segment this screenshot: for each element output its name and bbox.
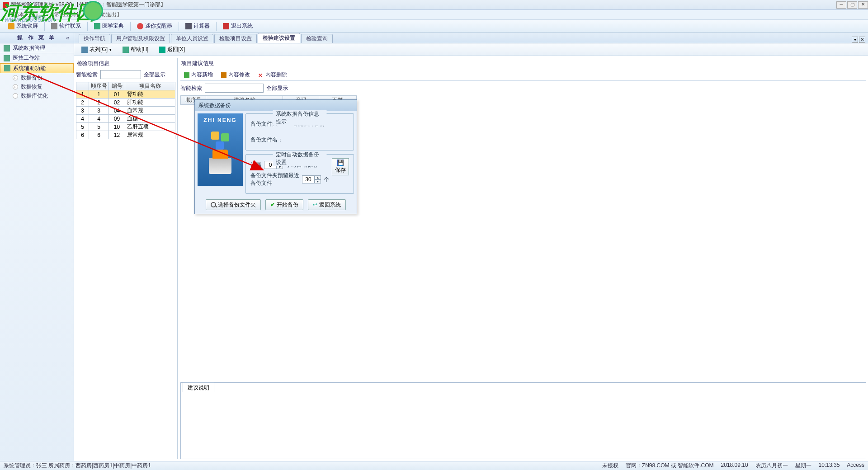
return-system-button[interactable]: ↩返回系统 bbox=[308, 199, 346, 210]
status-time: 10:13:35 bbox=[819, 462, 840, 470]
table-row[interactable]: 5510乙肝五项 bbox=[76, 123, 175, 131]
contact-button[interactable]: 软件联系 bbox=[47, 21, 85, 31]
backup-dialog: 系统数据备份 ZHI NENG 系统数据备份信息提示 备份文件夹：C:\智能软件… bbox=[194, 99, 357, 214]
sidebar-sub-backup[interactable]: ○数据备份 bbox=[0, 73, 74, 82]
dialog-title: 系统数据备份 bbox=[195, 100, 357, 111]
table-row[interactable]: 4409血糖 bbox=[76, 115, 175, 123]
return-icon bbox=[159, 47, 165, 53]
left-pane-title: 检验项目信息 bbox=[76, 58, 175, 69]
return-button[interactable]: 返回[X] bbox=[156, 45, 189, 54]
tab-unit-staff[interactable]: 单位人员设置 bbox=[171, 34, 213, 43]
radio-icon bbox=[13, 93, 18, 99]
exit-icon bbox=[223, 23, 229, 29]
grid-button[interactable]: 表列[G]▾ bbox=[78, 45, 115, 54]
title-bar: 智能检验管理系统 v68.30 【使用单位：智能医学院第一门诊部】 ─ ▢ ✕ bbox=[0, 0, 868, 10]
table-row[interactable]: 6612尿常规 bbox=[76, 131, 175, 139]
search-input[interactable] bbox=[205, 84, 264, 93]
book-icon bbox=[94, 23, 100, 29]
show-all-link[interactable]: 全部显示 bbox=[266, 85, 288, 92]
items-table: 顺序号 编号 项目名称 1101肾功能 2202肝功能 3304血常规 4409… bbox=[76, 82, 175, 139]
sidebar-sub-optimize[interactable]: 数据库优化 bbox=[0, 91, 74, 100]
info-fieldset: 系统数据备份信息提示 备份文件夹：C:\智能软件备份 备份文件名： bbox=[245, 113, 354, 150]
sidebar-sub-restore[interactable]: ○数据恢复 bbox=[0, 82, 74, 91]
description-panel: 建议说明 bbox=[180, 382, 866, 459]
lock-button[interactable]: 系统锁屏 bbox=[5, 21, 42, 31]
sidebar-item-aux[interactable]: 系统辅助功能 bbox=[0, 63, 74, 73]
table-row[interactable]: 1101肾功能 bbox=[76, 90, 175, 99]
return-icon: ↩ bbox=[313, 202, 317, 208]
status-weekday: 星期一 bbox=[795, 462, 811, 470]
exit-button[interactable]: 退出系统 bbox=[219, 21, 256, 31]
save-icon: 💾 bbox=[337, 160, 344, 166]
edit-button[interactable]: 内容修改 bbox=[217, 70, 254, 80]
menu-help[interactable]: 【帮助退出】 bbox=[90, 11, 122, 19]
menu-basic[interactable]: 【基本功能】 bbox=[8, 11, 41, 19]
tab-dropdown-icon[interactable]: ▾ bbox=[852, 37, 858, 43]
delete-icon: ✕ bbox=[258, 72, 264, 78]
sidebar-item-data-mgmt[interactable]: 系统数据管理 bbox=[0, 43, 74, 53]
folder-icon bbox=[4, 45, 10, 52]
tab-user-mgmt[interactable]: 用户管理及权限设置 bbox=[111, 34, 170, 43]
tab-close-icon[interactable]: ✕ bbox=[859, 37, 865, 43]
clock-icon bbox=[137, 23, 143, 29]
help-icon bbox=[123, 47, 129, 53]
radio-icon: ○ bbox=[13, 84, 18, 89]
status-auth: 未授权 bbox=[602, 462, 618, 470]
table-row[interactable]: 3304血常规 bbox=[76, 107, 175, 115]
search-icon bbox=[211, 202, 216, 207]
reminder-button[interactable]: 迷你提醒器 bbox=[133, 21, 176, 31]
add-button[interactable]: 内容新增 bbox=[180, 70, 217, 80]
med-dict-button[interactable]: 医学宝典 bbox=[90, 21, 127, 31]
check-icon: ✔ bbox=[270, 202, 275, 208]
sidebar-title: 操 作 菜 单« bbox=[0, 33, 74, 43]
keep-count-spinner[interactable]: ▲▼ bbox=[302, 175, 321, 183]
tab-test-query[interactable]: 检验查询 bbox=[301, 34, 333, 43]
sidebar-item-workstation[interactable]: 医技工作站 bbox=[0, 53, 74, 63]
right-pane-title: 项目建议信息 bbox=[180, 58, 866, 69]
delete-button[interactable]: ✕内容删除 bbox=[255, 70, 291, 80]
table-row[interactable]: 2202肝功能 bbox=[76, 99, 175, 107]
sidebar: 操 作 菜 单« 系统数据管理 医技工作站 系统辅助功能 ○数据备份 ○数据恢复… bbox=[0, 33, 74, 461]
chain-icon bbox=[51, 23, 57, 29]
search-label: 智能检索 bbox=[76, 71, 98, 79]
menu-bar: 【基本功能】 【常用工具】 【帮助退出】 bbox=[0, 10, 868, 20]
status-lunar: 农历八月初一 bbox=[755, 462, 788, 470]
folder-icon bbox=[4, 65, 10, 71]
tab-test-advice[interactable]: 检验建议设置 bbox=[258, 33, 300, 43]
status-date: 2018.09.10 bbox=[721, 462, 748, 470]
radio-icon: ○ bbox=[13, 75, 18, 80]
sub-toolbar: 表列[G]▾ 帮助[H] 返回[X] bbox=[74, 43, 868, 56]
status-left: 系统管理员：张三 所属药房：西药房|西药房1|中药房|中药房1 bbox=[4, 462, 151, 470]
search-label: 智能检索 bbox=[180, 85, 202, 92]
close-button[interactable]: ✕ bbox=[858, 1, 868, 9]
tab-bar: 操作导航 用户管理及权限设置 单位人员设置 检验项目设置 检验建议设置 检验查询… bbox=[74, 33, 868, 43]
start-backup-button[interactable]: ✔开始备份 bbox=[265, 199, 303, 210]
menu-tools[interactable]: 【常用工具】 bbox=[49, 11, 81, 19]
collapse-icon[interactable]: « bbox=[66, 35, 71, 41]
tab-nav[interactable]: 操作导航 bbox=[79, 34, 110, 43]
main-toolbar: 系统锁屏 软件联系 医学宝典 迷你提醒器 计算器 退出系统 bbox=[0, 20, 868, 33]
desc-tab[interactable]: 建议说明 bbox=[183, 383, 214, 392]
search-input[interactable] bbox=[100, 70, 141, 79]
grid-icon bbox=[81, 47, 88, 53]
calculator-button[interactable]: 计算器 bbox=[182, 21, 213, 31]
tab-test-items[interactable]: 检验项目设置 bbox=[214, 34, 257, 43]
window-title: 智能检验管理系统 v68.30 【使用单位：智能医学院第一门诊部】 bbox=[11, 1, 166, 9]
left-pane: 检验项目信息 智能检索 全部显示 顺序号 编号 项目名称 1101肾功能 220… bbox=[76, 58, 175, 459]
edit-icon bbox=[221, 72, 226, 78]
save-button[interactable]: 💾保存 bbox=[332, 158, 349, 175]
choose-folder-button[interactable]: 选择备份文件夹 bbox=[206, 199, 261, 210]
add-icon bbox=[184, 72, 189, 78]
show-all-link[interactable]: 全部显示 bbox=[144, 71, 165, 79]
timer-fieldset: 定时自动数据备份设置 间隔 ▲▼ 小时自动保存 备份文件夹预留最近备份文件 ▲▼ bbox=[245, 154, 354, 194]
status-bar: 系统管理员：张三 所属药房：西药房|西药房1|中药房|中药房1 未授权 官网：Z… bbox=[0, 461, 868, 470]
desc-textarea[interactable] bbox=[181, 392, 866, 459]
status-db: Access bbox=[847, 462, 864, 470]
calculator-icon bbox=[185, 23, 192, 29]
maximize-button[interactable]: ▢ bbox=[847, 1, 857, 9]
folder-icon bbox=[4, 55, 10, 61]
app-icon bbox=[3, 2, 9, 8]
help-button[interactable]: 帮助[H] bbox=[119, 45, 152, 54]
minimize-button[interactable]: ─ bbox=[836, 1, 846, 9]
status-site: 官网：ZN98.COM 或 智能软件.COM bbox=[626, 462, 714, 470]
